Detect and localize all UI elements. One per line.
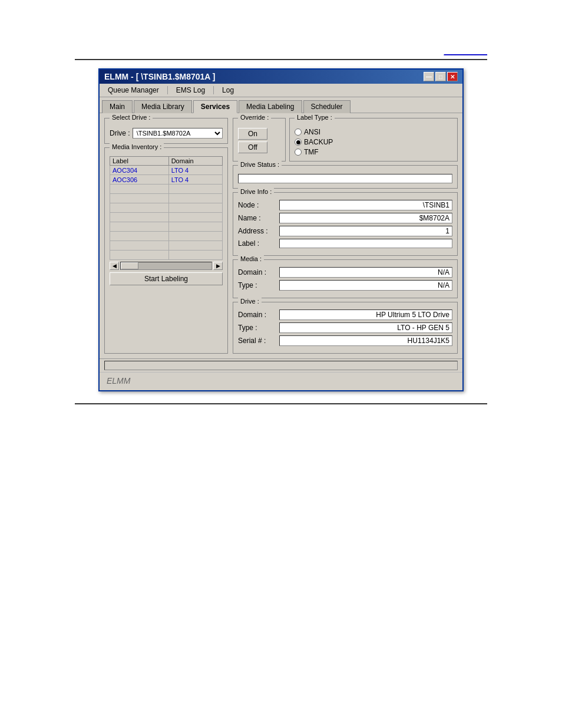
tab-media-labeling[interactable]: Media Labeling xyxy=(239,100,302,113)
drive-info-label-row: Label : xyxy=(238,239,452,248)
footer-brand: ELMM xyxy=(107,376,130,386)
drive-serial-row: Serial # : HU1134J1K5 xyxy=(238,335,452,346)
drive-status-legend: Drive Status : xyxy=(238,161,282,168)
drive-serial-value: HU1134J1K5 xyxy=(279,335,452,346)
col-domain-header: Domain xyxy=(168,157,222,166)
table-row xyxy=(110,222,223,232)
menu-log[interactable]: Log xyxy=(216,85,240,95)
table-row xyxy=(110,194,223,203)
tab-services[interactable]: Services xyxy=(193,100,237,113)
inv-domain-cell xyxy=(168,241,222,251)
media-inventory-fieldset: Media Inventory : Label Domain AOC304LTO… xyxy=(104,147,228,354)
inv-domain-cell xyxy=(168,203,222,213)
status-bar xyxy=(100,358,462,372)
start-labeling-button[interactable]: Start Labeling xyxy=(110,272,223,285)
table-row xyxy=(110,251,223,260)
media-domain-value: N/A xyxy=(279,267,452,278)
right-panel: Override : On Off Label Type : xyxy=(233,118,458,354)
menu-ems-log[interactable]: EMS Log xyxy=(170,85,211,95)
media-type-row: Type : N/A xyxy=(238,280,452,291)
override-on-button[interactable]: On xyxy=(238,128,267,140)
scroll-right-button[interactable]: ▶ xyxy=(213,262,223,270)
radio-ansi-circle[interactable] xyxy=(295,129,302,136)
drive-info-name-row: Name : $M8702A xyxy=(238,213,452,223)
radio-tmf-label: TMF xyxy=(304,148,319,156)
col-label-header: Label xyxy=(110,157,169,166)
maximize-button[interactable]: □ xyxy=(435,72,446,81)
drive-legend: Drive : xyxy=(238,298,262,305)
drive-info-node-row: Node : \TSINB1 xyxy=(238,200,452,210)
top-divider xyxy=(75,59,487,60)
drive-info-address-row: Address : 1 xyxy=(238,226,452,236)
label-type-fieldset: Label Type : ANSI BACKUP xyxy=(289,118,458,162)
page-wrapper: ___________ ELMM - [ \TSINB1.$M8701A ] —… xyxy=(75,47,487,404)
scroll-left-button[interactable]: ◀ xyxy=(110,262,119,270)
override-legend: Override : xyxy=(238,114,271,121)
drive-row: Drive : \TSINB1.$M8702A xyxy=(110,128,223,139)
top-link[interactable]: ___________ xyxy=(444,47,487,55)
node-value: \TSINB1 xyxy=(279,200,452,210)
radio-ansi-label: ANSI xyxy=(304,128,320,136)
override-labeltype-row: Override : On Off Label Type : xyxy=(233,118,458,162)
address-value: 1 xyxy=(279,226,452,236)
drive-type-label: Type : xyxy=(238,324,279,332)
menu-bar: Queue Manager EMS Log Log xyxy=(100,84,462,97)
inv-label-cell xyxy=(110,194,169,203)
inv-domain-cell xyxy=(168,185,222,194)
left-panel: Select Drive : Drive : \TSINB1.$M8702A M… xyxy=(104,118,228,354)
radio-group: ANSI BACKUP TMF xyxy=(295,128,452,156)
label-field-value xyxy=(279,239,452,248)
window-footer: ELMM xyxy=(100,372,462,390)
media-domain-row: Domain : N/A xyxy=(238,267,452,278)
status-text-box xyxy=(104,361,458,370)
main-row: Select Drive : Drive : \TSINB1.$M8702A M… xyxy=(104,118,458,354)
override-buttons: On Off xyxy=(238,128,280,153)
inv-label-cell xyxy=(110,203,169,213)
tab-scheduler[interactable]: Scheduler xyxy=(303,100,351,113)
drive-domain-row: Domain : HP Ultrium 5 LTO Drive xyxy=(238,309,452,320)
inv-domain-cell xyxy=(168,251,222,260)
drive-status-fieldset: Drive Status : xyxy=(233,165,458,189)
tab-bar: Main Media Library Services Media Labeli… xyxy=(100,97,462,113)
drive-label: Drive : xyxy=(110,129,130,137)
application-window: ELMM - [ \TSINB1.$M8701A ] — □ ✕ Queue M… xyxy=(98,68,464,391)
radio-tmf-circle[interactable] xyxy=(295,149,302,156)
override-off-button[interactable]: Off xyxy=(238,141,267,153)
scroll-thumb xyxy=(121,262,138,269)
radio-backup[interactable]: BACKUP xyxy=(295,138,452,146)
drive-fieldset: Drive : Domain : HP Ultrium 5 LTO Drive … xyxy=(233,302,458,354)
radio-backup-circle[interactable] xyxy=(295,139,302,146)
media-fieldset: Media : Domain : N/A Type : N/A xyxy=(233,259,458,298)
drive-status-display xyxy=(238,174,452,183)
select-drive-fieldset: Select Drive : Drive : \TSINB1.$M8702A xyxy=(104,118,228,144)
radio-backup-label: BACKUP xyxy=(304,138,333,146)
inv-domain-cell xyxy=(168,232,222,241)
inv-domain-cell xyxy=(168,213,222,222)
drive-info-fieldset: Drive Info : Node : \TSINB1 Name : $M870… xyxy=(233,192,458,256)
name-value: $M8702A xyxy=(279,213,452,223)
close-button[interactable]: ✕ xyxy=(447,72,458,81)
menu-queue-manager[interactable]: Queue Manager xyxy=(102,85,165,95)
radio-tmf[interactable]: TMF xyxy=(295,148,452,156)
tab-main[interactable]: Main xyxy=(102,100,133,113)
table-row xyxy=(110,232,223,241)
media-type-value: N/A xyxy=(279,280,452,291)
inv-domain-cell xyxy=(168,194,222,203)
inv-label-cell xyxy=(110,241,169,251)
inv-label-cell xyxy=(110,185,169,194)
radio-ansi[interactable]: ANSI xyxy=(295,128,452,136)
drive-domain-value: HP Ultrium 5 LTO Drive xyxy=(279,309,452,320)
drive-dropdown[interactable]: \TSINB1.$M8702A xyxy=(133,128,223,139)
media-inventory-table: Label Domain AOC304LTO 4AOC306LTO 4 xyxy=(110,156,223,260)
name-label: Name : xyxy=(238,214,279,222)
media-type-label: Type : xyxy=(238,281,279,289)
inv-domain-cell xyxy=(168,222,222,232)
inv-domain-cell: LTO 4 xyxy=(168,166,222,175)
tab-media-library[interactable]: Media Library xyxy=(134,100,192,113)
scroll-track[interactable] xyxy=(120,262,212,270)
bottom-divider xyxy=(75,403,487,404)
table-row xyxy=(110,185,223,194)
menu-separator-2 xyxy=(213,86,214,94)
minimize-button[interactable]: — xyxy=(424,72,434,81)
table-row: AOC306LTO 4 xyxy=(110,175,223,185)
